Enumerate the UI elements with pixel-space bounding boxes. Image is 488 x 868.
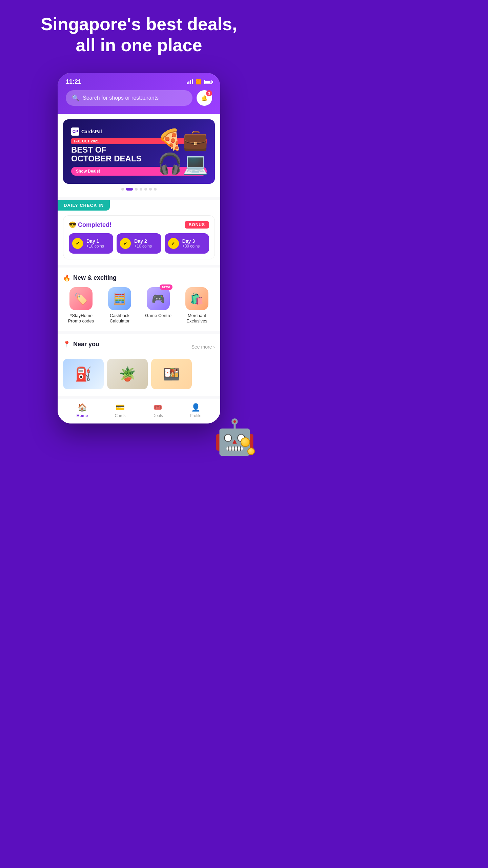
near-you-section: 📍 Near you See more › ⛽ 🪴 🍱 bbox=[58, 334, 220, 396]
status-time: 11:21 bbox=[66, 78, 81, 85]
deals-nav-icon: 🎟️ bbox=[153, 403, 162, 412]
merchant-icon-wrap: 🛍️ bbox=[185, 287, 208, 310]
nav-deals-label: Deals bbox=[152, 413, 163, 418]
carousel-dot-3[interactable] bbox=[140, 188, 142, 191]
cashback-label: Cashback Calculator bbox=[104, 313, 135, 324]
phone-header: 11:21 📶 🔍 Search for shops or restaurant… bbox=[58, 73, 220, 114]
fire-emoji: 🔥 bbox=[63, 274, 70, 282]
cashback-icon: 🧮 bbox=[113, 292, 126, 305]
day-3-check-icon: ✓ bbox=[168, 238, 179, 249]
near-item-food[interactable]: 🍱 bbox=[151, 359, 192, 389]
carousel-dot-1[interactable] bbox=[126, 188, 133, 191]
feature-game-centre[interactable]: 🎮 NEW! Game Centre bbox=[143, 287, 174, 324]
cards-nav-icon: 💳 bbox=[116, 403, 125, 412]
day-2-label: Day 2 bbox=[134, 238, 152, 244]
day-1-label: Day 1 bbox=[86, 238, 104, 244]
see-more-button[interactable]: See more › bbox=[191, 344, 215, 350]
notification-bell-button[interactable]: 🔔 3 bbox=[197, 90, 212, 106]
nav-cards-label: Cards bbox=[115, 413, 126, 418]
nav-home-label: Home bbox=[77, 413, 88, 418]
stayhome-icon: 🏷️ bbox=[74, 292, 88, 305]
carousel-dots bbox=[63, 184, 215, 192]
robot-mascot: 🤖 bbox=[214, 417, 258, 468]
home-nav-icon: 🏠 bbox=[78, 403, 87, 412]
merchant-label: Merchant Exclusives bbox=[182, 313, 212, 324]
completed-label: Completed! bbox=[78, 221, 111, 228]
profile-nav-icon: 👤 bbox=[191, 403, 200, 412]
day-3-info: Day 3 +30 coins bbox=[182, 238, 200, 249]
days-row: ✓ Day 1 +10 coins ✓ Day 2 +10 coins bbox=[69, 233, 209, 254]
game-label: Game Centre bbox=[145, 313, 171, 319]
search-icon: 🔍 bbox=[72, 94, 79, 102]
feature-stayhome[interactable]: 🏷️ #StayHome Promo codes bbox=[66, 287, 96, 324]
nav-profile-label: Profile bbox=[190, 413, 201, 418]
banner-section: CP CardsPal 1-31 OCT 2021 BEST OF OCTOBE… bbox=[58, 114, 220, 197]
day-2-coins: +10 coins bbox=[134, 244, 152, 249]
day-card-1[interactable]: ✓ Day 1 +10 coins bbox=[69, 233, 113, 254]
bell-icon: 🔔 bbox=[201, 95, 208, 101]
day-3-coins: +30 coins bbox=[182, 244, 200, 249]
pin-emoji: 📍 bbox=[63, 340, 70, 348]
day-1-check-icon: ✓ bbox=[72, 238, 83, 249]
game-icon-wrap: 🎮 NEW! bbox=[147, 287, 170, 310]
nav-deals[interactable]: 🎟️ Deals bbox=[152, 403, 163, 418]
game-icon: 🎮 bbox=[151, 292, 165, 305]
cardspal-logo-text: CardsPal bbox=[81, 129, 102, 134]
carousel-dot-0[interactable] bbox=[121, 188, 124, 191]
search-row: 🔍 Search for shops or restaurants 🔔 3 bbox=[66, 90, 212, 106]
checkin-card: 😎 Completed! BONUS ✓ Day 1 +10 coins bbox=[63, 215, 215, 259]
near-you-label: Near you bbox=[73, 341, 99, 348]
day-1-coins: +10 coins bbox=[86, 244, 104, 249]
merchant-icon: 🛍️ bbox=[190, 292, 204, 305]
hero-title: Singapore's best deals, all in one place bbox=[37, 14, 241, 56]
nav-profile[interactable]: 👤 Profile bbox=[190, 403, 201, 418]
status-bar: 11:21 📶 bbox=[66, 78, 212, 85]
phone-shell: 11:21 📶 🔍 Search for shops or restaurant… bbox=[58, 73, 220, 424]
cashback-icon-wrap: 🧮 bbox=[108, 287, 131, 310]
features-grid: 🏷️ #StayHome Promo codes 🧮 Cashback Calc… bbox=[63, 287, 215, 324]
status-icons: 📶 bbox=[187, 79, 212, 84]
stayhome-icon-wrap: 🏷️ bbox=[69, 287, 93, 310]
day-1-info: Day 1 +10 coins bbox=[86, 238, 104, 249]
nav-home[interactable]: 🏠 Home bbox=[77, 403, 88, 418]
carousel-dot-4[interactable] bbox=[144, 188, 147, 191]
bottom-navigation: 🏠 Home 💳 Cards 🎟️ Deals 👤 Profile bbox=[58, 399, 220, 423]
day-card-2[interactable]: ✓ Day 2 +10 coins bbox=[117, 233, 161, 254]
day-2-info: Day 2 +10 coins bbox=[134, 238, 152, 249]
near-you-row: ⛽ 🪴 🍱 bbox=[63, 359, 215, 389]
near-item-shell-image: ⛽ bbox=[63, 359, 104, 389]
checkin-header: 😎 Completed! BONUS bbox=[69, 221, 209, 229]
carousel-dot-5[interactable] bbox=[149, 188, 152, 191]
daily-checkin-section: DAILY CHECK IN 😎 Completed! BONUS ✓ Day … bbox=[58, 200, 220, 265]
new-exciting-section: 🔥 New & exciting 🏷️ #StayHome Promo code… bbox=[58, 268, 220, 331]
feature-cashback[interactable]: 🧮 Cashback Calculator bbox=[104, 287, 135, 324]
search-placeholder-text: Search for shops or restaurants bbox=[83, 95, 159, 101]
near-you-title: 📍 Near you bbox=[63, 340, 99, 348]
near-item-shell[interactable]: ⛽ bbox=[63, 359, 104, 389]
completed-text: 😎 Completed! bbox=[69, 221, 111, 229]
wifi-icon: 📶 bbox=[196, 79, 201, 84]
carousel-dot-2[interactable] bbox=[135, 188, 138, 191]
stayhome-label: #StayHome Promo codes bbox=[66, 313, 96, 324]
day-card-3[interactable]: ✓ Day 3 +30 coins bbox=[165, 233, 209, 254]
checkin-tab-label: DAILY CHECK IN bbox=[58, 200, 110, 211]
notification-badge: 3 bbox=[206, 90, 212, 96]
near-item-interior-image: 🪴 bbox=[107, 359, 148, 389]
banner-card[interactable]: CP CardsPal 1-31 OCT 2021 BEST OF OCTOBE… bbox=[63, 119, 215, 184]
new-exciting-title: 🔥 New & exciting bbox=[63, 274, 215, 282]
new-tag-label: NEW! bbox=[160, 284, 172, 290]
battery-icon bbox=[204, 80, 212, 84]
nav-cards[interactable]: 💳 Cards bbox=[115, 403, 126, 418]
carousel-dot-6[interactable] bbox=[154, 188, 157, 191]
cardspal-logo-icon: CP bbox=[71, 127, 79, 136]
feature-merchant[interactable]: 🛍️ Merchant Exclusives bbox=[182, 287, 212, 324]
near-you-header: 📍 Near you See more › bbox=[63, 340, 215, 353]
banner-decoration: 🍕💼🎧💻 bbox=[157, 119, 211, 184]
day-3-label: Day 3 bbox=[182, 238, 200, 244]
day-2-check-icon: ✓ bbox=[120, 238, 131, 249]
bonus-badge: BONUS bbox=[185, 221, 209, 229]
new-exciting-label: New & exciting bbox=[73, 274, 117, 281]
search-box[interactable]: 🔍 Search for shops or restaurants bbox=[66, 90, 192, 106]
near-item-interior[interactable]: 🪴 bbox=[107, 359, 148, 389]
signal-bars-icon bbox=[187, 79, 193, 84]
